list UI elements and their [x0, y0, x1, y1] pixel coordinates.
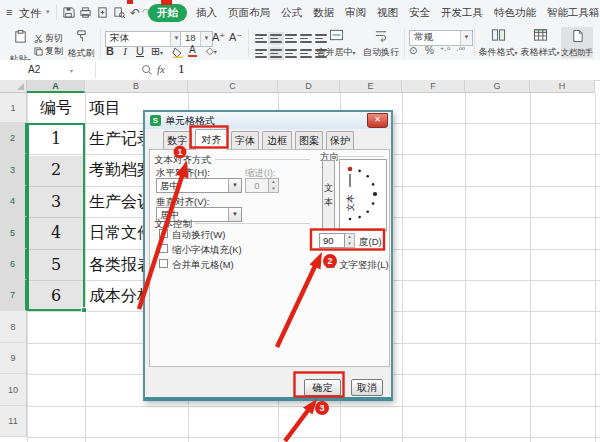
orientation-dial[interactable]: 文本 [339, 159, 387, 231]
checkbox-自动换行(W)[interactable] [159, 229, 168, 238]
dialog-titlebar[interactable]: S 单元格格式 [145, 112, 391, 129]
dialog-tab-数字[interactable]: 数字 [163, 131, 192, 150]
checkbox-label: 合并单元格(M) [172, 259, 234, 272]
cell-B1[interactable]: 项目 [89, 98, 121, 119]
horizontal-align-select[interactable]: 居中▼ [156, 178, 242, 193]
indent-stepper[interactable]: ▲▼ [269, 178, 279, 193]
fill-handle[interactable] [81, 307, 87, 313]
selected-angle-dot[interactable] [348, 167, 353, 172]
checkbox-合并单元格(M)[interactable] [159, 259, 168, 268]
format-cells-dialog: S 单元格格式 ✕ 数字对齐字体边框图案保护 文本对齐方式 水平对齐(H): 居… [143, 110, 393, 401]
align-section-title: 文本对齐方式 [154, 154, 211, 167]
dialog-tab-保护[interactable]: 保护 [326, 131, 354, 150]
dialog-tab-字体[interactable]: 字体 [231, 131, 259, 150]
degrees-stepper[interactable]: ▲▼ [345, 233, 355, 248]
close-icon[interactable]: ✕ [367, 113, 388, 128]
indent-input[interactable]: 0 [245, 178, 269, 193]
checkbox-label: 缩小字体填充(K) [172, 244, 242, 257]
wps-spreadsheet-window: ≡ 文件 ▾ ↶ ↷ 开始插入页面布局公式数据审阅视图安全开发工具特色功能智能工… [0, 0, 600, 442]
ok-button[interactable]: 确定 [304, 379, 341, 396]
degrees-input[interactable]: 90 [319, 233, 345, 248]
chevron-down-icon[interactable]: ▼ [228, 208, 241, 221]
chevron-down-icon[interactable]: ▼ [228, 179, 241, 192]
wps-logo-icon: S [150, 115, 161, 126]
checkbox-缩小字体填充(K)[interactable] [159, 244, 168, 253]
cell-A1[interactable]: 编号 [27, 98, 85, 119]
dialog-tab-图案[interactable]: 图案 [295, 131, 323, 150]
selection-border [27, 123, 85, 311]
dial-text: 文本 [345, 194, 355, 212]
checkbox-label: 自动换行(W) [172, 229, 225, 242]
dialog-tab-对齐[interactable]: 对齐 [195, 129, 228, 150]
cancel-button[interactable]: 取消 [351, 379, 383, 396]
dialog-title: 单元格格式 [165, 114, 215, 128]
degrees-label: 度(D) [359, 236, 382, 249]
vertical-text-checkbox[interactable] [326, 259, 335, 268]
dialog-tab-边框[interactable]: 边框 [262, 131, 292, 150]
vertical-text-label: 文字竖排(L) [339, 259, 389, 272]
vertical-text-option-box[interactable]: 文本 [322, 160, 335, 230]
